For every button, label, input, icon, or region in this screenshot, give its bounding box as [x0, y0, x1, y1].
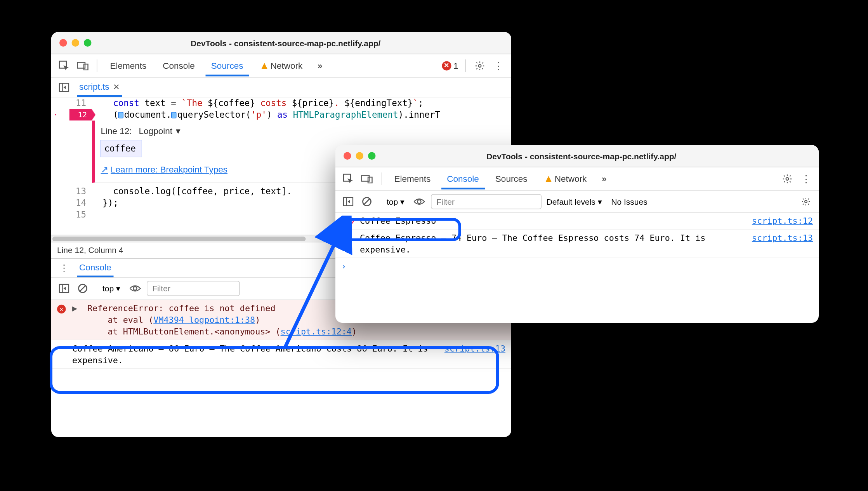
svg-line-19: [364, 198, 370, 204]
close-file-tab-icon[interactable]: ✕: [113, 82, 120, 91]
console-prompt[interactable]: ›: [335, 258, 819, 275]
svg-rect-14: [368, 177, 372, 183]
context-selector[interactable]: top ▾: [383, 195, 408, 208]
property-access-pill-icon: [172, 112, 177, 118]
tab-sources[interactable]: Sources: [490, 169, 533, 189]
settings-icon[interactable]: [473, 59, 487, 73]
titlebar: DevTools - consistent-source-map-pc.netl…: [51, 32, 511, 54]
warning-icon: ▲: [259, 61, 269, 71]
window-title: DevTools - consistent-source-map-pc.netl…: [376, 151, 811, 160]
log-levels-selector[interactable]: Default levels ▾: [547, 197, 602, 206]
error-icon: ✕: [442, 61, 451, 70]
line-number[interactable]: 15: [51, 209, 92, 220]
learn-more-link[interactable]: ↗ Learn more: Breakpoint Types: [101, 164, 228, 176]
device-mode-icon[interactable]: [360, 172, 374, 186]
more-tabs-icon[interactable]: »: [313, 59, 327, 73]
code-line-12: (document.querySelector('p') as HTMLPara…: [92, 109, 511, 121]
svg-point-15: [786, 177, 789, 180]
logpoint-icon: [341, 216, 354, 227]
settings-icon[interactable]: [799, 194, 813, 208]
code-line-11: const text = `The ${coffee} costs ${pric…: [92, 98, 511, 109]
svg-line-9: [80, 286, 86, 291]
traffic-lights: [59, 39, 92, 47]
zoom-window-button[interactable]: [84, 39, 92, 47]
tab-network[interactable]: ▲Network: [538, 169, 592, 189]
console-filter-input[interactable]: [147, 281, 240, 296]
line-number[interactable]: 14: [51, 197, 92, 209]
svg-point-21: [805, 200, 807, 202]
settings-icon[interactable]: [780, 172, 794, 186]
clear-console-icon[interactable]: [76, 282, 90, 296]
sidebar-toggle-icon[interactable]: [341, 194, 355, 208]
chevron-down-icon: ▾: [176, 125, 181, 137]
warning-icon: ▲: [543, 174, 553, 184]
close-window-button[interactable]: [344, 152, 351, 160]
file-tab-script[interactable]: script.ts ✕: [77, 78, 122, 97]
cursor-position: Line 12, Column 4: [57, 246, 123, 255]
close-window-button[interactable]: [59, 39, 67, 47]
drawer-tab-console[interactable]: Console: [77, 258, 114, 278]
titlebar: DevTools - consistent-source-map-pc.netl…: [335, 145, 819, 167]
context-selector[interactable]: top ▾: [99, 282, 124, 295]
error-count-badge[interactable]: ✕ 1: [442, 61, 458, 71]
tab-elements[interactable]: Elements: [389, 169, 437, 189]
sidebar-toggle-icon[interactable]: [57, 282, 71, 296]
clear-console-icon[interactable]: [360, 194, 374, 208]
issues-button[interactable]: No Issues: [611, 197, 647, 206]
svg-point-22: [344, 221, 346, 223]
device-mode-icon[interactable]: [76, 59, 90, 73]
tab-console[interactable]: Console: [157, 56, 201, 76]
logpoint-marker-icon[interactable]: 12: [69, 109, 96, 121]
console-log-row[interactable]: Coffee Americano – 86 Euro – The Coffee …: [51, 340, 511, 369]
tab-network[interactable]: ▲Network: [253, 56, 308, 76]
eye-icon[interactable]: [128, 282, 142, 296]
kebab-menu-icon[interactable]: ⋮: [491, 59, 505, 73]
stack-frame-link[interactable]: VM4394 logpoint:1:38: [153, 315, 255, 324]
console-body: Coffee Espresso script.ts:12 Coffee Espr…: [335, 213, 819, 323]
line-number[interactable]: 13: [51, 185, 92, 197]
file-tab-bar: script.ts ✕: [51, 78, 511, 98]
source-link[interactable]: script.ts:12: [752, 216, 813, 226]
console-logpoint-row[interactable]: Coffee Espresso script.ts:12: [335, 213, 819, 230]
chevron-down-icon: ▾: [116, 284, 120, 293]
main-toolbar: Elements Console Sources ▲Network » ✕ 1 …: [51, 54, 511, 78]
bp-line-label: Line 12:: [101, 125, 132, 137]
svg-point-20: [418, 200, 421, 203]
svg-point-3: [479, 64, 481, 67]
minimize-window-button[interactable]: [356, 152, 364, 160]
expand-arrow-icon[interactable]: ▶: [72, 303, 77, 313]
kebab-menu-icon[interactable]: ⋮: [799, 172, 813, 186]
console-toolbar: top ▾ Default levels ▾ No Issues: [335, 191, 819, 213]
devtools-window-right: DevTools - consistent-source-map-pc.netl…: [335, 145, 819, 323]
bp-expression-input[interactable]: coffee: [101, 141, 142, 157]
bp-type-select[interactable]: Logpoint ▾: [139, 125, 181, 137]
chevron-down-icon: ▾: [598, 197, 602, 206]
line-number[interactable]: 11: [51, 98, 92, 109]
svg-point-10: [134, 287, 137, 290]
console-filter-input[interactable]: [431, 194, 542, 209]
log-message: Coffee Espresso: [360, 215, 746, 227]
stack-frame-link[interactable]: script.ts:12:4: [281, 327, 352, 336]
source-link[interactable]: script.ts:13: [752, 233, 813, 242]
tab-console[interactable]: Console: [441, 168, 485, 189]
error-icon: ✕: [57, 305, 66, 314]
chevron-down-icon: ▾: [400, 197, 404, 206]
eye-icon[interactable]: [413, 194, 427, 208]
tab-elements[interactable]: Elements: [104, 56, 153, 76]
file-tab-label: script.ts: [79, 82, 109, 92]
tab-sources[interactable]: Sources: [205, 55, 249, 76]
inspect-element-icon[interactable]: [57, 59, 71, 73]
svg-rect-2: [84, 64, 88, 70]
source-link[interactable]: script.ts:13: [444, 343, 505, 353]
scrollbar-thumb[interactable]: [52, 236, 306, 241]
line-number[interactable]: ·· 12: [51, 109, 92, 121]
zoom-window-button[interactable]: [368, 152, 376, 160]
inspect-element-icon[interactable]: [341, 172, 355, 186]
more-tabs-icon[interactable]: »: [597, 172, 611, 186]
console-log-row[interactable]: Coffee Espresso – 74 Euro – The Coffee E…: [335, 230, 819, 258]
kebab-menu-icon[interactable]: ⋮: [57, 261, 71, 275]
navigator-toggle-icon[interactable]: [57, 80, 71, 94]
log-message: Coffee Espresso – 74 Euro – The Coffee E…: [360, 232, 746, 255]
external-link-icon: ↗: [101, 164, 109, 176]
minimize-window-button[interactable]: [72, 39, 80, 47]
